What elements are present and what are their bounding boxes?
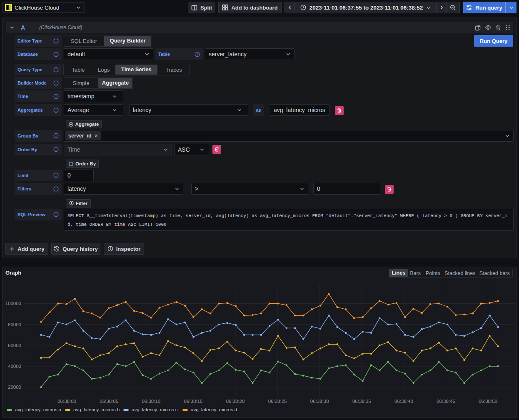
- svg-text:06:38:10: 06:38:10: [142, 399, 160, 404]
- svg-text:06:38:50: 06:38:50: [479, 399, 497, 404]
- svg-text:60000: 60000: [8, 343, 21, 348]
- svg-text:40000: 40000: [8, 364, 21, 369]
- svg-text:06:38:25: 06:38:25: [268, 399, 287, 404]
- svg-text:06:38:35: 06:38:35: [352, 399, 371, 404]
- svg-text:06:38:00: 06:38:00: [57, 399, 76, 404]
- svg-text:06:38:45: 06:38:45: [437, 399, 455, 404]
- svg-text:06:38:20: 06:38:20: [226, 399, 245, 404]
- svg-text:06:38:40: 06:38:40: [394, 399, 413, 404]
- svg-text:80000: 80000: [8, 322, 21, 327]
- svg-text:20000: 20000: [8, 385, 21, 390]
- svg-text:100000: 100000: [5, 301, 21, 306]
- svg-text:06:38:05: 06:38:05: [100, 399, 118, 404]
- svg-text:06:38:15: 06:38:15: [184, 399, 203, 404]
- svg-text:06:38:30: 06:38:30: [310, 399, 329, 404]
